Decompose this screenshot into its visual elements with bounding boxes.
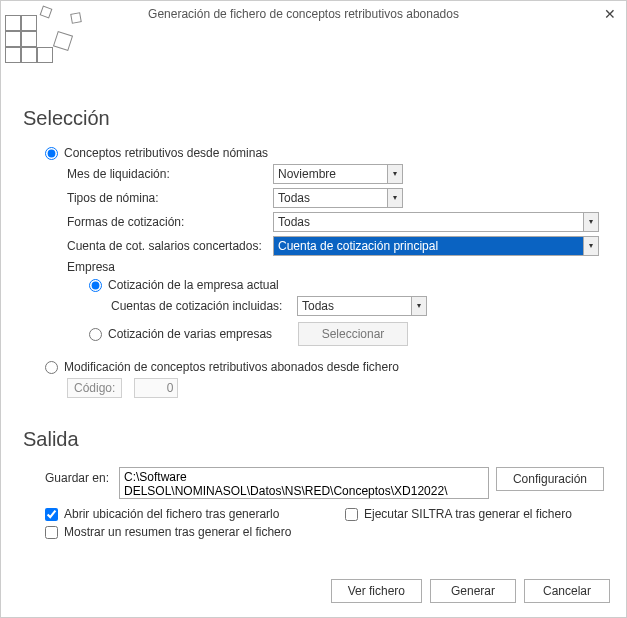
chk-resumen[interactable] xyxy=(45,526,58,539)
empresa-label: Empresa xyxy=(67,260,115,274)
opt-desde-nominas-label: Conceptos retributivos desde nóminas xyxy=(64,146,268,160)
guardar-label: Guardar en: xyxy=(45,467,119,485)
chevron-down-icon[interactable]: ▾ xyxy=(583,212,599,232)
window-title: Generación de fichero de conceptos retri… xyxy=(7,7,600,21)
chk-resumen-label: Mostrar un resumen tras generar el fiche… xyxy=(64,525,291,539)
tipo-dropdown[interactable]: Todas ▾ xyxy=(273,188,403,208)
cuenta-value: Cuenta de cotización principal xyxy=(273,236,583,256)
cuentas-incl-dropdown[interactable]: Todas ▾ xyxy=(297,296,427,316)
salida-heading: Salida xyxy=(23,428,604,451)
chk-siltra-label: Ejecutar SILTRA tras generar el fichero xyxy=(364,507,572,521)
chevron-down-icon[interactable]: ▾ xyxy=(387,164,403,184)
generar-button[interactable]: Generar xyxy=(430,579,516,603)
opt-desde-nominas-row: Conceptos retributivos desde nóminas xyxy=(23,146,604,160)
opt-cot-actual-label: Cotización de la empresa actual xyxy=(108,278,279,292)
opt-desde-nominas[interactable] xyxy=(45,147,58,160)
cuenta-label: Cuenta de cot. salarios concertados: xyxy=(67,239,273,253)
formas-dropdown[interactable]: Todas ▾ xyxy=(273,212,599,232)
mes-value: Noviembre xyxy=(273,164,387,184)
opt-cot-actual[interactable] xyxy=(89,279,102,292)
cancelar-button[interactable]: Cancelar xyxy=(524,579,610,603)
chevron-down-icon[interactable]: ▾ xyxy=(411,296,427,316)
opt-cot-varias[interactable] xyxy=(89,328,102,341)
app-logo xyxy=(5,5,85,65)
cot-actual-row: Cotización de la empresa actual xyxy=(23,278,604,292)
configuracion-button[interactable]: Configuración xyxy=(496,467,604,491)
chk-abrir-label: Abrir ubicación del fichero tras generar… xyxy=(64,507,279,521)
cuenta-dropdown[interactable]: Cuenta de cotización principal ▾ xyxy=(273,236,599,256)
titlebar: Generación de fichero de conceptos retri… xyxy=(1,1,626,27)
guardar-path[interactable] xyxy=(119,467,489,499)
opt-cot-varias-label: Cotización de varias empresas xyxy=(108,327,298,341)
opt-desde-fichero-label: Modificación de conceptos retributivos a… xyxy=(64,360,399,374)
mes-label: Mes de liquidación: xyxy=(67,167,273,181)
chevron-down-icon[interactable]: ▾ xyxy=(583,236,599,256)
seleccionar-button[interactable]: Seleccionar xyxy=(298,322,408,346)
tipo-value: Todas xyxy=(273,188,387,208)
codigo-label: Código: xyxy=(67,378,122,398)
cuentas-incl-label: Cuentas de cotización incluidas: xyxy=(111,299,297,313)
opt-desde-fichero-row: Modificación de conceptos retributivos a… xyxy=(23,360,604,374)
formas-label: Formas de cotización: xyxy=(67,215,273,229)
tipo-label: Tipos de nómina: xyxy=(67,191,273,205)
ver-fichero-button[interactable]: Ver fichero xyxy=(331,579,422,603)
opt-desde-fichero[interactable] xyxy=(45,361,58,374)
codigo-value: 0 xyxy=(134,378,178,398)
close-icon[interactable]: ✕ xyxy=(600,4,620,24)
chk-abrir-ubicacion[interactable] xyxy=(45,508,58,521)
chevron-down-icon[interactable]: ▾ xyxy=(387,188,403,208)
cot-varias-row: Cotización de varias empresas Selecciona… xyxy=(23,322,604,346)
formas-value: Todas xyxy=(273,212,583,232)
chk-siltra[interactable] xyxy=(345,508,358,521)
footer-buttons: Ver fichero Generar Cancelar xyxy=(331,579,610,603)
mes-dropdown[interactable]: Noviembre ▾ xyxy=(273,164,403,184)
cuentas-incl-value: Todas xyxy=(297,296,411,316)
seleccion-heading: Selección xyxy=(23,107,604,130)
